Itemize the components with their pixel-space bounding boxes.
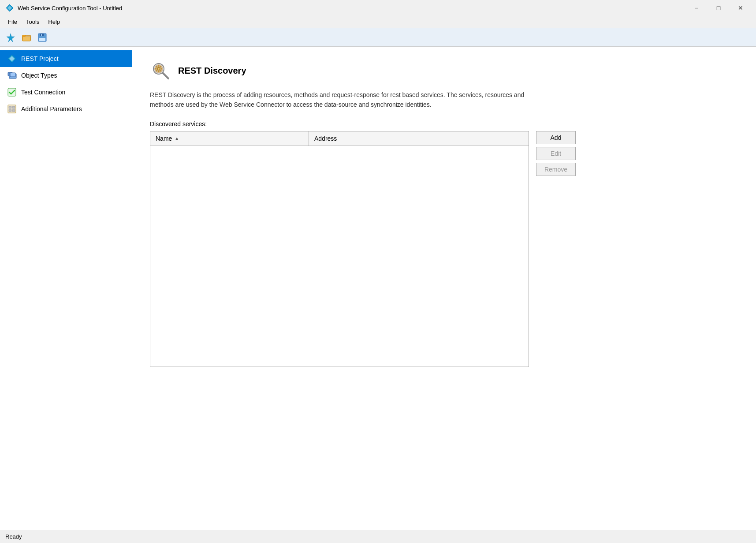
discovered-label: Discovered services: (150, 120, 738, 127)
svg-rect-8 (39, 38, 45, 41)
save-button[interactable] (35, 30, 49, 45)
action-buttons: Add Edit Remove (536, 131, 576, 176)
table-body (150, 146, 529, 367)
column-address[interactable]: Address (309, 131, 529, 146)
svg-rect-19 (9, 109, 11, 112)
sidebar-label-additional-parameters: Additional Parameters (21, 105, 82, 112)
svg-rect-17 (9, 106, 11, 109)
sidebar-item-rest-project[interactable]: REST Project (0, 50, 132, 67)
sidebar-item-test-connection[interactable]: Test Connection (0, 84, 132, 101)
rest-discovery-icon (150, 60, 171, 81)
toolbar (0, 28, 756, 47)
sidebar-label-rest-project: REST Project (21, 55, 59, 62)
title-bar-controls: − □ ✕ (686, 3, 751, 13)
sidebar: REST Project Object Types Test Connecti (0, 47, 132, 530)
svg-point-34 (154, 64, 163, 73)
status-text: Ready (5, 533, 22, 540)
svg-rect-20 (12, 109, 15, 112)
column-name[interactable]: Name ▲ (150, 131, 309, 146)
window-title: Web Service Configuration Tool - Untitle… (18, 5, 122, 11)
content-area: REST Discovery REST Discovery is the pro… (132, 47, 756, 530)
table-header: Name ▲ Address (150, 131, 529, 146)
main-layout: REST Project Object Types Test Connecti (0, 47, 756, 530)
new-button[interactable] (4, 30, 18, 45)
save-icon (37, 33, 47, 42)
menu-file[interactable]: File (4, 18, 22, 26)
sidebar-label-object-types: Object Types (21, 72, 57, 79)
svg-rect-14 (10, 73, 15, 77)
open-icon (22, 33, 31, 42)
rest-project-icon (7, 54, 17, 64)
add-button[interactable]: Add (536, 131, 576, 144)
status-bar: Ready (0, 530, 756, 543)
open-button[interactable] (19, 30, 34, 45)
svg-rect-9 (41, 34, 42, 36)
svg-marker-2 (7, 34, 15, 42)
sidebar-item-object-types[interactable]: Object Types (0, 67, 132, 84)
svg-line-33 (163, 73, 168, 79)
table-and-buttons: Name ▲ Address Add Edit Remove (150, 131, 738, 367)
new-icon (6, 33, 15, 42)
menu-bar: File Tools Help (0, 16, 756, 28)
sort-arrow-icon: ▲ (175, 136, 179, 141)
svg-rect-5 (22, 35, 26, 37)
content-header: REST Discovery (150, 60, 738, 81)
object-types-icon (7, 71, 17, 80)
minimize-button[interactable]: − (686, 3, 707, 13)
app-icon (5, 4, 14, 12)
test-connection-icon (7, 87, 17, 97)
svg-rect-18 (12, 106, 15, 109)
title-bar-left: Web Service Configuration Tool - Untitle… (5, 4, 122, 12)
services-table: Name ▲ Address (150, 131, 529, 367)
edit-button[interactable]: Edit (536, 147, 576, 160)
description-text: REST Discovery is the process of adding … (150, 90, 547, 110)
close-button[interactable]: ✕ (730, 3, 751, 13)
content-title: REST Discovery (178, 66, 246, 76)
sidebar-label-test-connection: Test Connection (21, 89, 65, 96)
title-bar: Web Service Configuration Tool - Untitle… (0, 0, 756, 16)
menu-tools[interactable]: Tools (22, 18, 44, 26)
additional-parameters-icon (7, 104, 17, 114)
remove-button[interactable]: Remove (536, 163, 576, 176)
sidebar-item-additional-parameters[interactable]: Additional Parameters (0, 101, 132, 117)
svg-rect-16 (8, 105, 16, 113)
maximize-button[interactable]: □ (708, 3, 729, 13)
menu-help[interactable]: Help (44, 18, 64, 26)
